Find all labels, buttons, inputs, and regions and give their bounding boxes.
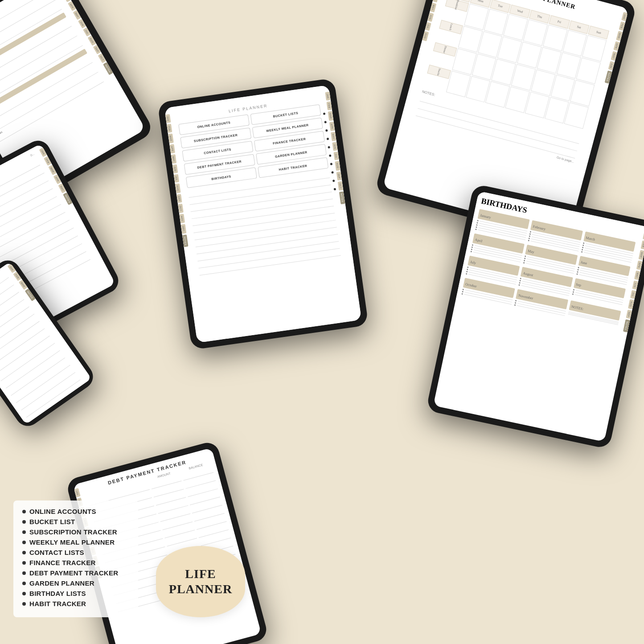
lp-lines bbox=[188, 172, 340, 275]
brand-title: LIFEPLANNER bbox=[169, 566, 232, 596]
lp-bullet-10 bbox=[334, 188, 336, 191]
bd-month-label-sep: Sep bbox=[575, 283, 582, 287]
bd-month-label-jan: January bbox=[480, 213, 491, 219]
lp-rtab-apr[interactable]: APR bbox=[329, 122, 335, 131]
lp-rtab-jun[interactable]: JUN bbox=[332, 142, 338, 151]
bd-tab-jul[interactable]: JUL bbox=[630, 290, 636, 299]
feature-debt-payment: DEBT PAYMENT TRACKER bbox=[22, 569, 129, 577]
bottom-section: ONLINE ACCOUNTS BUCKET LIST SUBSCRIPTION… bbox=[13, 500, 245, 617]
bullet-icon bbox=[22, 602, 26, 606]
bd-month-label-apr: April bbox=[475, 238, 483, 243]
lp-bullet-6 bbox=[329, 154, 332, 157]
bd-month-label-mar: March bbox=[586, 236, 595, 242]
feature-finance-tracker: FINANCE TRACKER bbox=[22, 559, 129, 566]
bd-month-label-aug: August bbox=[523, 271, 533, 277]
wm-row-breakfast: Breakfast bbox=[445, 0, 469, 12]
bullet-icon bbox=[22, 571, 26, 575]
tablet-life-planner: JAN FEB MAR APR MAY JUN JUL AUG SEP OCT … bbox=[157, 78, 369, 350]
feature-label-birthday-lists: BIRTHDAY LISTS bbox=[29, 590, 86, 597]
bullet-icon bbox=[22, 510, 26, 513]
lp-bullet-5 bbox=[328, 146, 330, 149]
feature-label-bucket-list: BUCKET LIST bbox=[29, 518, 75, 525]
lp-bullet-4 bbox=[327, 138, 329, 140]
birthdays-screen: JAN FEB MAR APR MAY JUN JUL AUG SEP NOTE… bbox=[433, 191, 644, 442]
bullet-icon bbox=[22, 551, 26, 554]
lp-rtab-jan[interactable]: JAN bbox=[325, 92, 331, 101]
bullet-icon bbox=[22, 520, 26, 524]
lp-rtab-aug[interactable]: AUG bbox=[335, 161, 340, 171]
feature-label-contact-lists: CONTACT LISTS bbox=[29, 549, 84, 556]
bd-month-label-oct: October bbox=[465, 282, 477, 288]
lp-bullet-1 bbox=[323, 112, 326, 115]
feature-habit-tracker: HABIT TRACKER bbox=[22, 600, 129, 607]
lp-bullet-9 bbox=[332, 180, 335, 182]
lp-bullet-3 bbox=[325, 129, 328, 132]
lp-rtab-sep[interactable]: SEP bbox=[336, 171, 342, 180]
feature-label-garden-planner: GARDEN PLANNER bbox=[29, 579, 94, 587]
feature-label-online-accounts: ONLINE ACCOUNTS bbox=[29, 508, 96, 515]
bd-month-label-may: May bbox=[527, 249, 534, 254]
feature-list: ONLINE ACCOUNTS BUCKET LIST SUBSCRIPTION… bbox=[13, 500, 138, 617]
feature-label-weekly-meal: WEEKLY MEAL PLANNER bbox=[29, 538, 115, 546]
feature-contact-lists: CONTACT LISTS bbox=[22, 549, 129, 556]
lp-bullet-7 bbox=[330, 163, 333, 165]
lp-rtab-mar[interactable]: MAR bbox=[328, 111, 334, 121]
feature-subscription-tracker: SUBSCRIPTION TRACKER bbox=[22, 528, 129, 536]
feature-label-finance-tracker: FINANCE TRACKER bbox=[29, 559, 96, 566]
feature-label-habit-tracker: HABIT TRACKER bbox=[29, 600, 86, 607]
feature-label-debt-payment: DEBT PAYMENT TRACKER bbox=[29, 569, 118, 577]
lp-rtab-oct[interactable]: OCT bbox=[338, 181, 344, 191]
lp-rtab-jul[interactable]: JUL bbox=[333, 152, 339, 160]
lp-bullet-8 bbox=[331, 171, 334, 174]
lp-rtab-feb[interactable]: FEB bbox=[326, 101, 332, 110]
feature-weekly-meal: WEEKLY MEAL PLANNER bbox=[22, 538, 129, 546]
bd-month-label-nov: November bbox=[518, 293, 533, 300]
bd-notes-label: NOTES: bbox=[571, 304, 584, 311]
lp-rtab-may[interactable]: MAY bbox=[331, 131, 336, 141]
bd-month-label-jun: June bbox=[580, 260, 587, 266]
feature-birthday-lists: BIRTHDAY LISTS bbox=[22, 590, 129, 597]
bullet-icon bbox=[22, 541, 26, 544]
life-planner-screen: JAN FEB MAR APR MAY JUN JUL AUG SEP OCT … bbox=[164, 85, 361, 343]
feature-online-accounts: ONLINE ACCOUNTS bbox=[22, 508, 129, 515]
bd-month-label-feb: February bbox=[533, 225, 546, 231]
bullet-icon bbox=[22, 530, 26, 534]
bullet-icon bbox=[22, 582, 26, 585]
feature-garden-planner: GARDEN PLANNER bbox=[22, 579, 129, 587]
lp-bullet-2 bbox=[324, 121, 327, 123]
bullet-icon bbox=[22, 561, 26, 565]
brand-card: LIFEPLANNER bbox=[156, 546, 245, 617]
feature-label-subscription: SUBSCRIPTION TRACKER bbox=[29, 528, 117, 536]
bullet-icon bbox=[22, 592, 26, 595]
feature-bucket-list: BUCKET LIST bbox=[22, 518, 129, 525]
bd-month-label-jul: July bbox=[470, 260, 476, 265]
